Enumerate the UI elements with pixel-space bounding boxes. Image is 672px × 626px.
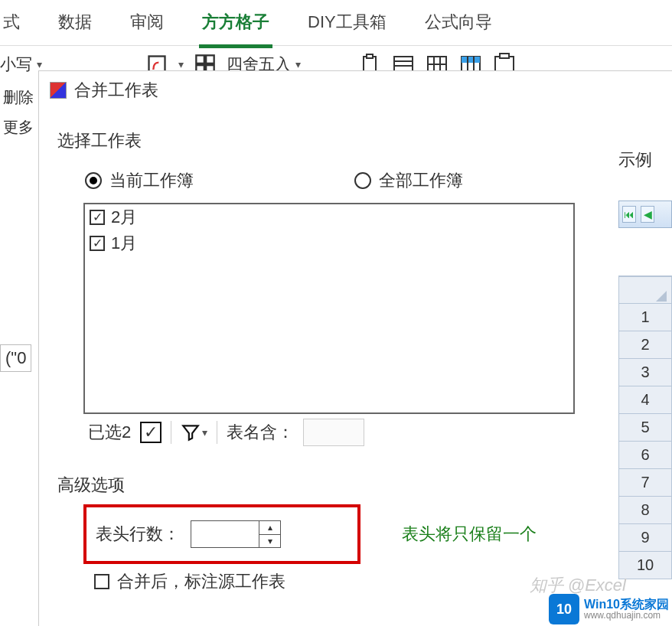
header-rows-input[interactable] [191,521,259,547]
logo-badge: 10 [549,594,579,624]
name-contains-input[interactable] [303,419,364,446]
sheet-name: 2月 [111,206,137,229]
mark-source-label: 合并后，标注源工作表 [117,570,285,593]
selected-count-label: 已选2 [88,421,131,444]
merge-sheets-dialog: 合并工作表 选择工作表 当前工作簿 全部工作簿 2月 [38,70,672,626]
radio-current-label: 当前工作簿 [109,169,194,192]
radio-icon [354,172,371,189]
header-rows-highlight: 表头行数： ▴ ▾ [83,504,360,564]
ribbon-tab-ffgz[interactable]: 方方格子 [199,11,272,48]
name-contains-label: 表名含： [227,421,294,444]
row-headers: 1 2 3 4 5 6 7 8 9 10 [618,276,672,579]
ribbon-tab-review[interactable]: 审阅 [127,11,167,44]
ribbon-tab-formula-guide[interactable]: 公式向导 [422,11,495,44]
divider [217,421,217,444]
left-item-delete[interactable]: 删除 [0,83,34,112]
logo-url: www.qdhuajin.com [584,611,669,621]
formula-fragment: ("0 [0,344,31,372]
ribbon-tab-data[interactable]: 数据 [55,11,95,44]
row-header[interactable]: 5 [618,414,672,442]
sheets-listbox[interactable]: 2月 1月 [83,203,575,414]
chevron-down-icon: ▾ [202,426,207,439]
row-header[interactable]: 10 [618,552,672,579]
workbook-scope-radios: 当前工作簿 全部工作簿 [57,161,654,203]
case-label: 小写 [0,54,32,75]
select-all-corner[interactable] [618,276,672,304]
radio-icon [85,172,102,189]
nav-first-icon[interactable]: ⏮ [622,206,636,223]
dialog-title-text: 合并工作表 [74,79,158,102]
svg-rect-6 [367,54,373,58]
chevron-down-icon: ▾ [295,58,301,70]
funnel-icon [181,422,201,442]
chevron-down-icon[interactable]: ▾ [178,58,184,70]
radio-all-workbooks[interactable]: 全部工作簿 [354,169,463,192]
filter-dropdown[interactable]: ▾ [181,422,207,442]
nav-prev-icon[interactable]: ◀ [641,206,654,223]
spin-down-button[interactable]: ▾ [259,535,280,548]
site-watermark: 10 Win10系统家园 www.qdhuajin.com [549,594,669,624]
header-hint-text: 表头将只保留一个 [402,523,537,546]
radio-current-workbook[interactable]: 当前工作簿 [85,169,194,192]
list-item[interactable]: 1月 [85,230,573,256]
row-header[interactable]: 1 [618,304,672,331]
row-header[interactable]: 7 [618,469,672,497]
left-item-more[interactable]: 更多 [0,112,34,142]
svg-rect-15 [462,57,480,63]
dialog-titlebar: 合并工作表 [39,71,672,109]
spin-up-button[interactable]: ▴ [259,521,280,535]
chevron-down-icon: ▾ [37,58,42,70]
checkbox-icon[interactable] [90,210,105,225]
example-panel: 示例 ⏮ ◀ 1 2 3 4 5 6 7 8 9 10 [618,145,672,579]
row-header[interactable]: 6 [618,442,672,469]
case-dropdown[interactable]: 小写 ▾ [0,54,42,75]
example-label: 示例 [618,145,672,174]
filter-row: 已选2 ▾ 表名含： [57,414,654,446]
row-header[interactable]: 4 [618,386,672,414]
radio-all-label: 全部工作簿 [379,169,463,192]
list-item[interactable]: 2月 [85,204,573,230]
ribbon-tab-diy[interactable]: DIY工具箱 [305,11,390,44]
checkbox-icon[interactable] [94,574,109,589]
dialog-app-icon [50,82,67,99]
select-all-checkbox[interactable] [140,422,161,443]
checkbox-icon[interactable] [90,236,105,251]
ribbon-tabs: 式 数据 审阅 方方格子 DIY工具箱 公式向导 [0,0,672,46]
select-sheets-label: 选择工作表 [57,129,654,152]
row-header[interactable]: 8 [618,497,672,524]
svg-rect-19 [500,54,509,58]
sheet-nav-strip: ⏮ ◀ [618,201,672,228]
logo-title: Win10系统家园 [584,598,669,611]
divider [171,421,171,444]
header-rows-label: 表头行数： [96,523,180,546]
row-header[interactable]: 3 [618,359,672,386]
advanced-options-label: 高级选项 [57,474,654,497]
left-edge-items: 删除 更多 [0,83,34,142]
row-header[interactable]: 9 [618,524,672,552]
svg-rect-7 [394,57,413,72]
svg-rect-1 [196,55,204,64]
svg-rect-2 [206,55,214,64]
sheet-name: 1月 [111,232,137,255]
row-header[interactable]: 2 [618,331,672,359]
ribbon-tab-formula-partial[interactable]: 式 [0,11,23,44]
header-rows-spinner[interactable]: ▴ ▾ [191,520,281,548]
